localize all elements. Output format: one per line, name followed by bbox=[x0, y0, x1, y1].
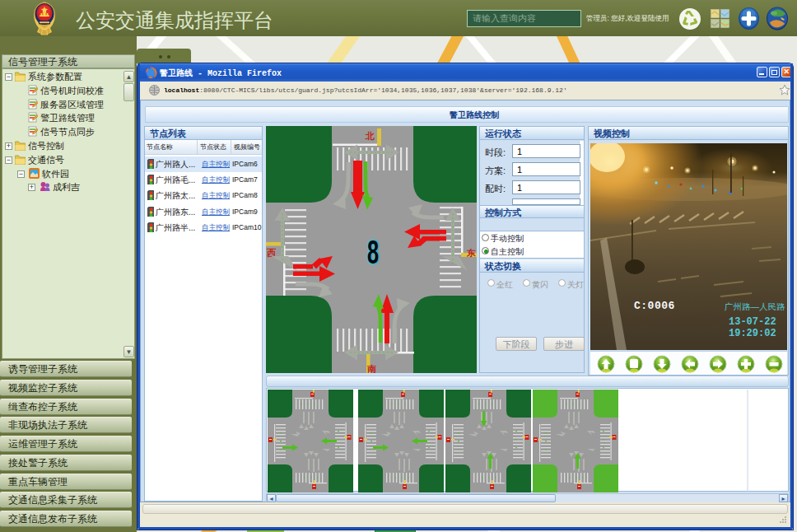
svg-text:19:29:02: 19:29:02 bbox=[729, 328, 776, 339]
svg-text:广州路—人民路: 广州路—人民路 bbox=[725, 301, 785, 311]
svg-text:南: 南 bbox=[366, 364, 376, 373]
svg-text:东: 东 bbox=[466, 248, 476, 258]
svg-text:13-07-22: 13-07-22 bbox=[729, 316, 776, 328]
svg-text:8: 8 bbox=[367, 233, 379, 271]
svg-text:C:0006: C:0006 bbox=[634, 300, 675, 312]
svg-text:北: 北 bbox=[365, 131, 375, 141]
